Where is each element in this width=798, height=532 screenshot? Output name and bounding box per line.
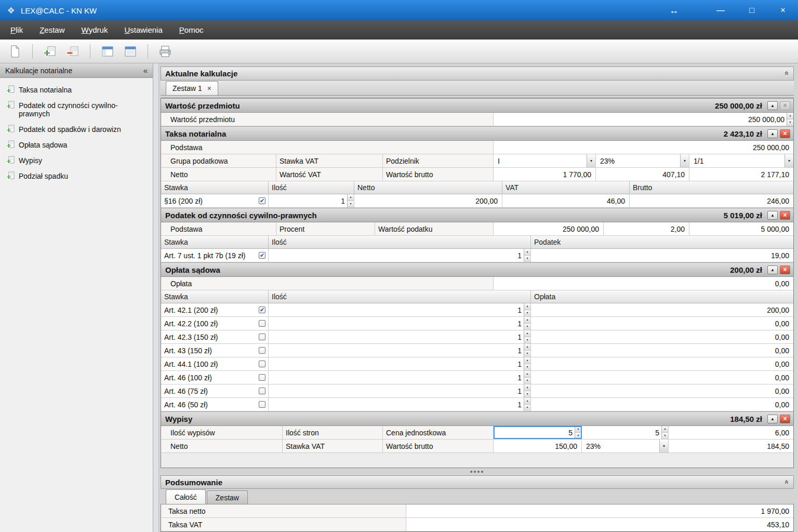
podstawa-value[interactable]: 250 000,00 [494,141,793,154]
spinner-buttons[interactable]: ▴▾ [524,303,530,316]
remove-section-button[interactable]: × [780,129,790,138]
tab-calosc[interactable]: Całość [166,489,206,504]
stawka-checkbox[interactable] [259,361,265,367]
ilosc-spinner[interactable]: 1▴▾ [269,384,531,397]
close-button[interactable]: × [773,6,793,15]
menu-zestaw[interactable]: Zestaw [31,21,73,39]
print-button[interactable] [155,42,175,61]
ilosc-spinner[interactable]: 1▴▾ [269,317,531,330]
stawka-checkbox[interactable] [259,334,265,340]
calc-form-icon [6,140,15,149]
menu-plik[interactable]: Plik [2,21,31,39]
spinner-buttons[interactable]: ▴▾ [524,330,530,343]
spinner-buttons[interactable]: ▴▾ [524,357,530,370]
stawka-vat-label: Stawka VAT [276,154,383,167]
cena-jednostkowa-value[interactable]: 6,00 [669,426,793,439]
stawka-checkbox[interactable] [259,401,265,408]
remove-section-button[interactable]: × [780,415,790,423]
collapse-section-button[interactable]: ▲ [767,265,778,274]
procent-value[interactable]: 2,00 [604,222,689,235]
ilosc-spinner[interactable]: 1▴▾ [269,398,531,411]
maximize-button[interactable]: □ [742,6,762,15]
stawka-checkbox[interactable] [259,252,265,259]
sidebar-item-oplata-sadowa[interactable]: Opłata sądowa [3,138,150,152]
ilosc-spinner[interactable]: 1▴▾ [269,303,531,316]
spinner-buttons[interactable]: ▴▾ [787,113,793,126]
collapse-section-button[interactable]: ▲ [767,129,778,138]
ilosc-wypisow-spinner[interactable]: 5▴▾ [494,426,582,439]
section-header[interactable]: Podatek od czynności cywilno-prawnych 5 … [161,208,793,222]
grupa-podatkowa-label: Grupa podatkowa [161,154,276,167]
remove-section-button[interactable]: × [780,211,790,220]
menu-pomoc[interactable]: Pomoc [171,21,212,39]
tab-zestaw-1[interactable]: Zestaw 1 × [166,81,218,95]
spinner-buttons[interactable]: ▴▾ [524,344,530,357]
stawka-checkbox[interactable] [259,388,265,394]
toggle-summary-panel-button[interactable] [121,42,140,61]
sections-container: Wartość przedmiotu 250 000,00 zł ▲ × War… [161,98,794,468]
wartosc-input[interactable]: 250 000,00 ▴▾ [494,113,793,126]
close-tab-icon[interactable]: × [207,84,211,92]
collapse-section-button[interactable]: ▲ [767,211,778,220]
podzielnik-dropdown[interactable]: 1/1▾ [689,154,793,167]
section-header[interactable]: Wartość przedmiotu 250 000,00 zł ▲ × [161,98,793,113]
sidebar-item-wypisy[interactable]: Wypisy [3,154,150,167]
dropdown-arrow-icon[interactable]: ▾ [784,154,793,167]
collapse-panel-icon[interactable]: « [783,480,791,484]
spinner-buttons[interactable]: ▴▾ [661,426,668,439]
stawka-checkbox[interactable] [259,347,265,354]
spinner-buttons[interactable]: ▴▾ [575,426,581,439]
sidebar-item-podatek-spadki[interactable]: Podatek od spadków i darowizn [3,123,150,136]
ilosc-spinner[interactable]: 1▴▾ [269,249,531,262]
remove-section-button[interactable]: × [780,265,790,274]
ilosc-stron-spinner[interactable]: 5▴▾ [582,426,669,439]
ilosc-spinner[interactable]: 1▴▾ [269,344,531,357]
ilosc-spinner[interactable]: 1▴▾ [269,371,531,384]
stawka-checkbox[interactable] [259,374,265,381]
collapse-sidebar-button[interactable]: « [143,66,148,75]
resize-arrows-icon[interactable]: ↔ [664,5,684,16]
stawka-checkbox[interactable] [259,197,265,204]
stawka-checkbox[interactable] [259,307,265,313]
spinner-buttons[interactable]: ▴▾ [524,249,530,262]
add-set-button[interactable] [40,42,60,61]
minimize-button[interactable]: — [711,6,730,15]
dropdown-arrow-icon[interactable]: ▾ [659,440,668,453]
section-header[interactable]: Wypisy 184,50 zł ▲ × [161,411,793,426]
toggle-sidebar-panel-button[interactable] [98,42,117,61]
stawka-vat-dropdown[interactable]: 23%▾ [596,154,689,167]
spinner-buttons[interactable]: ▴▾ [524,317,530,330]
sidebar-item-taksa-notarialna[interactable]: Taksa notarialna [3,83,150,97]
grupa-podatkowa-dropdown[interactable]: I▾ [494,154,596,167]
tab-zestaw[interactable]: Zestaw [207,490,248,504]
remove-set-button[interactable] [63,42,83,61]
stawka-checkbox[interactable] [259,320,265,327]
menu-ustawienia[interactable]: Ustawienia [116,21,170,39]
collapse-panel-icon[interactable]: « [783,71,791,75]
sidebar-item-podatek-pcc[interactable]: Podatek od czynności cywilno-prawnych [3,99,150,121]
dropdown-arrow-icon[interactable]: ▾ [587,154,595,167]
sidebar-item-podzial-spadku[interactable]: Podział spadku [3,169,150,183]
ilosc-spinner[interactable]: 1▴▾ [269,357,531,370]
podstawa-value[interactable]: 250 000,00 [494,222,604,235]
ilosc-spinner[interactable]: 1▴▾ [269,330,531,343]
section-header[interactable]: Opłata sądowa 200,00 zł ▲ × [161,262,793,277]
stawka-vat-dropdown[interactable]: 23%▾ [582,440,669,453]
horizontal-splitter[interactable]: •••• [161,468,794,475]
panel-layout-icon [101,46,114,57]
collapse-section-button[interactable]: ▲ [767,101,778,110]
spinner-buttons[interactable]: ▴▾ [524,371,530,384]
new-document-button[interactable] [5,42,25,61]
oplata-item-row: Art. 46 (50 zł) 1▴▾ 0,00 [161,398,793,411]
section-header[interactable]: Taksa notarialna 2 423,10 zł ▲ × [161,126,793,141]
titlebar[interactable]: ❖ LEX@CALC - KN KW ↔ — □ × [0,0,798,21]
oplata-value[interactable]: 0,00 [494,277,793,290]
ilosc-spinner[interactable]: 1▴▾ [269,194,354,207]
dropdown-arrow-icon[interactable]: ▾ [680,154,689,167]
collapse-section-button[interactable]: ▲ [767,415,778,423]
spinner-buttons[interactable]: ▴▾ [347,194,354,207]
menu-wydruk[interactable]: Wydruk [73,21,116,39]
spinner-buttons[interactable]: ▴▾ [524,384,530,397]
sidebar-splitter[interactable] [153,63,159,532]
spinner-buttons[interactable]: ▴▾ [524,398,530,411]
